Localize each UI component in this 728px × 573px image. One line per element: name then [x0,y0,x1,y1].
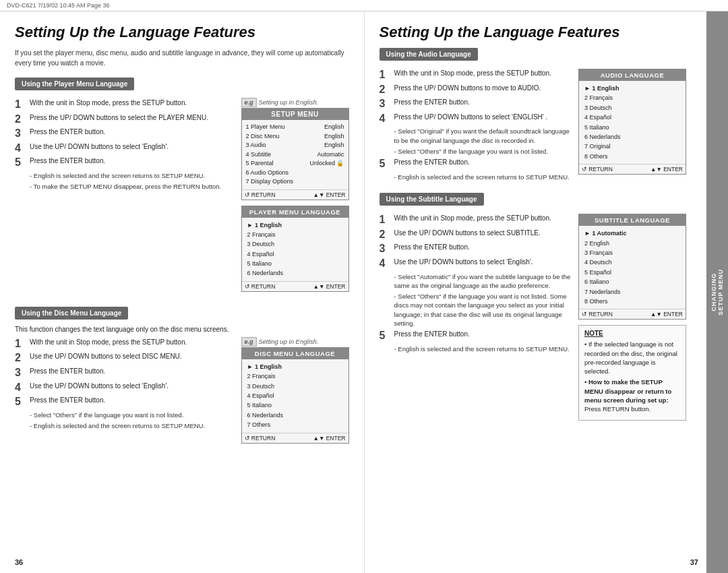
disc-note-2: - English is selected and the screen ret… [30,421,235,430]
sidebar-tab: CHANGINGSETUP MENU [706,11,728,573]
subtitle-lang-item-5: 5 Español [584,268,680,277]
disc-note-1: - Select "Others" if the language you wa… [30,411,235,419]
right-page-title: Setting Up the Language Features [380,24,687,41]
subtitle-steps: 1With the unit in Stop mode, press the S… [380,214,572,269]
note-box: NOTE • If the selected language is not r… [578,325,686,420]
audio-step-4: 4Press the UP/ DOWN buttons to select 'E… [380,113,572,125]
disc-step-4: 4Use the UP/ DOWN buttons to select 'Eng… [15,382,235,394]
disc-eg-label: e.g Setting up in English. [241,338,349,345]
subtitle-step-2: 2Use the UP/ DOWN buttons to select SUBT… [380,229,572,241]
subtitle-lang-item-2: 2 English [584,239,680,248]
right-page: Setting Up the Language Features Using t… [365,11,729,573]
disc-lang-panel-body: ► 1 English 2 Français 3 Deutsch 4 Españ… [242,359,348,433]
player-eg-label: e.g Setting up in English. [241,98,349,106]
main-content: Setting Up the Language Features If you … [0,11,728,573]
note-box-title: NOTE [584,330,680,337]
subtitle-note-1: - Select "Automatic" if you want the sub… [394,272,572,291]
player-note-1: - English is selected and the screen ret… [30,171,235,180]
note-item-2: • How to make the SETUP MENU disappear o… [584,378,680,413]
disc-step-5: 5Press the ENTER button. [15,396,235,408]
audio-lang-item-4: 4 Español [584,113,680,122]
disc-menu-desc: This function changes the text language … [15,325,349,334]
disc-lang-item-2: 2 Français [247,371,343,381]
subtitle-step-5: 5Press the ENTER button. [380,330,572,342]
player-lang-item-5: 5 Italiano [247,259,343,268]
sidebar-label: CHANGINGSETUP MENU [710,269,724,315]
setup-menu-footer: ↺ RETURN ▲▼ ENTER [242,189,348,200]
player-menu-two-col: 1With the unit in Stop mode, press the S… [15,98,349,297]
audio-lang-item-2: 2 Français [584,93,680,102]
setup-row-5: 5 ParentalUnlocked 🔒 [246,159,344,169]
setup-row-6: 6 Audio Options [246,169,344,178]
audio-step-5: 5Press the ENTER button. [380,158,572,170]
subtitle-lang-panel-title: SUBTITLE LANGUAGE [579,214,686,226]
disc-lang-item-6: 6 Nederlands [247,411,343,420]
player-step-4: 4Use the UP/ DOWN buttons to select 'Eng… [15,142,235,154]
section-audio: Using the Audio Language 1With the unit … [380,48,687,183]
audio-step5-list: 5Press the ENTER button. [380,158,572,170]
player-menu-steps: 1With the unit in Stop mode, press the S… [15,98,235,169]
subtitle-lang-item-3: 3 Français [584,248,680,258]
player-step-3: 3Press the ENTER button. [15,127,235,140]
player-lang-item-6: 6 Nederlands [247,268,343,278]
audio-steps-col: 1With the unit in Stop mode, press the S… [380,69,572,183]
setup-row-3: 3 AudioEnglish [246,141,344,150]
disc-lang-panel-title: DISC MENU LANGUAGE [242,348,348,359]
player-note-2: - To make the SETUP MENU disappear, pres… [30,182,235,191]
audio-header: Using the Audio Language [380,48,478,61]
subtitle-note-3: - English is selected and the screen ret… [394,344,572,353]
disc-menu-steps: 1With the unit in Stop mode, press the S… [15,338,235,408]
setup-row-1: 1 Player MenuEnglish [246,123,344,132]
subtitle-header: Using the Subtitle Language [380,193,484,206]
subtitle-step-4: 4Use the UP/ DOWN buttons to select 'Eng… [380,258,572,270]
subtitle-step-3: 3Press the ENTER button. [380,243,572,255]
subtitle-panel-col: SUBTITLE LANGUAGE ► 1 Automatic 2 Englis… [578,214,686,421]
subtitle-note-2: - Select "Others" if the language you wa… [394,292,572,328]
top-bar-text: DVD-C621 7/19/02 10:45 AM Page 36 [7,2,110,9]
disc-step-1: 1With the unit in Stop mode, press the S… [15,338,235,350]
section-disc-menu: Using the Disc Menu Language This functi… [15,307,349,449]
subtitle-lang-item-4: 4 Deutsch [584,258,680,267]
player-menu-header: Using the Player Menu Language [15,78,134,90]
audio-lang-panel-title: AUDIO LANGUAGE [579,69,686,81]
disc-lang-panel: DISC MENU LANGUAGE ► 1 English 2 Françai… [241,347,349,444]
subtitle-two-col: 1With the unit in Stop mode, press the S… [380,214,687,421]
setup-row-2: 2 Disc MenuEnglish [246,132,344,142]
player-step-1: 1With the unit in Stop mode, press the S… [15,98,235,111]
audio-note-2: - Select "Others" if the language you wa… [394,147,572,156]
note-item-1: • If the selected language is not record… [584,340,680,375]
player-menu-panel-col: e.g Setting up in English. SETUP MENU 1 … [241,98,349,297]
left-page-num: 36 [15,558,23,566]
subtitle-steps-col: 1With the unit in Stop mode, press the S… [380,214,572,421]
audio-step-3: 3Press the ENTER button. [380,98,572,110]
player-lang-item-2: 2 Français [247,230,343,239]
subtitle-step-1: 1With the unit in Stop mode, press the S… [380,214,572,226]
player-lang-panel-title: PLAYER MENU LANGUAGE [242,206,348,218]
audio-lang-item-5: 5 Italiano [584,123,680,132]
audio-lang-panel-body: ► 1 English 2 Français 3 Deutsch 4 Españ… [579,81,686,164]
audio-step-2: 2Press the UP/ DOWN buttons to move to A… [380,84,572,96]
audio-lang-item-1: ► 1 English [584,84,680,93]
section-subtitle: Using the Subtitle Language 1With the un… [380,193,687,421]
disc-menu-steps-col: 1With the unit in Stop mode, press the S… [15,338,235,449]
subtitle-lang-item-8: 8 Others [584,297,680,306]
audio-note-3: - English is selected and the screen ret… [394,173,572,181]
disc-lang-item-5: 5 Italiano [247,400,343,410]
subtitle-lang-item-6: 6 Italiano [584,277,680,286]
right-page-num: 37 [690,558,698,566]
audio-lang-panel: AUDIO LANGUAGE ► 1 English 2 Français 3 … [578,69,686,175]
player-lang-panel-body: ► 1 English 2 Français 3 Deutsch 4 Españ… [242,218,348,281]
disc-menu-header: Using the Disc Menu Language [15,307,128,320]
disc-lang-item-3: 3 Deutsch [247,382,343,391]
disc-menu-two-col: 1With the unit in Stop mode, press the S… [15,338,349,449]
setup-menu-title: SETUP MENU [242,109,348,120]
disc-lang-item-7: 7 Others [247,420,343,429]
subtitle-lang-panel-body: ► 1 Automatic 2 English 3 Français 4 Deu… [579,226,686,309]
audio-lang-item-3: 3 Deutsch [584,103,680,113]
audio-steps: 1With the unit in Stop mode, press the S… [380,69,572,124]
subtitle-lang-item-7: 7 Nederlands [584,287,680,297]
audio-step-1: 1With the unit in Stop mode, press the S… [380,69,572,81]
player-menu-steps-col: 1With the unit in Stop mode, press the S… [15,98,235,297]
player-lang-item-3: 3 Deutsch [247,239,343,249]
subtitle-step5-list: 5Press the ENTER button. [380,330,572,342]
